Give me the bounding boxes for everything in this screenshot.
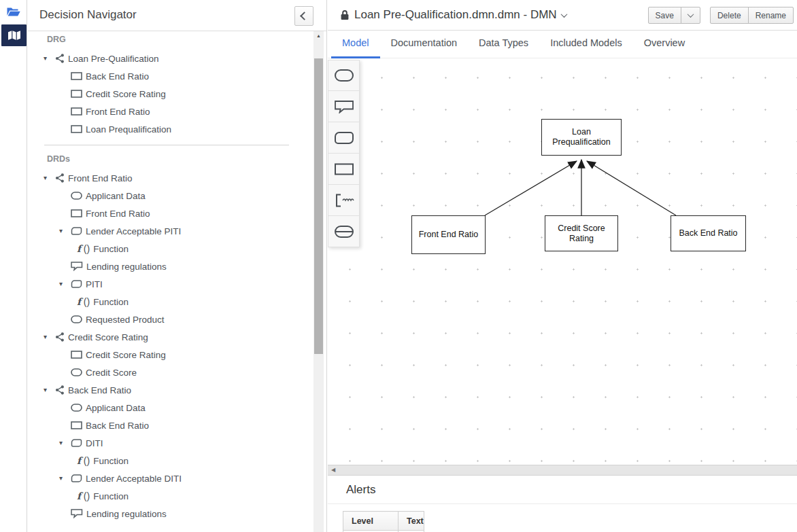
tree-item-credit-score-rating[interactable]: Credit Score Rating xyxy=(28,85,312,103)
tree-item-back-end-ratio[interactable]: Back End Ratio xyxy=(28,67,312,85)
tree-item-credit-score[interactable]: Credit Score xyxy=(28,363,312,381)
scroll-left-arrow-icon[interactable]: ◀ xyxy=(331,467,335,473)
caret-down-icon[interactable]: ▾ xyxy=(44,386,47,393)
function-icon: f () xyxy=(77,243,90,254)
node-front-end-ratio[interactable]: Front End Ratio xyxy=(411,215,486,254)
palette-text-annotation-button[interactable] xyxy=(328,185,360,216)
decision-icon xyxy=(71,72,82,80)
edge-front-end-ratio-to-loan-prequalification[interactable] xyxy=(485,161,577,215)
decision-icon xyxy=(71,107,82,116)
palette-input-data-button[interactable] xyxy=(328,60,360,91)
tree-item-label: Back End Ratio xyxy=(86,421,149,431)
tree-item-label: Requested Product xyxy=(86,315,165,325)
tree-item-label: Front End Ratio xyxy=(68,173,133,183)
save-button[interactable]: Save xyxy=(648,7,681,24)
palette-business-knowledge-model-button[interactable] xyxy=(328,122,360,154)
caret-down-icon[interactable]: ▾ xyxy=(59,439,63,446)
topbar-actions: Save Delete Rename xyxy=(648,7,794,24)
tree-item-applicant-data[interactable]: Applicant Data xyxy=(28,187,312,205)
tree-item-label: Back End Ratio xyxy=(68,385,131,395)
palette-decision-service-button[interactable] xyxy=(328,216,360,247)
collapse-panel-button[interactable] xyxy=(294,6,313,26)
editor-main: Loan Pre-Qualification.dmn.dmn - DMN Sav… xyxy=(328,0,797,532)
decision-navigator-button[interactable] xyxy=(1,24,27,46)
save-dropdown-button[interactable] xyxy=(681,7,700,24)
dmn-canvas[interactable]: Loan PrequalificationFront End RatioCred… xyxy=(328,58,797,466)
tree-item-label: Function xyxy=(93,456,129,466)
tree-item-front-end-ratio[interactable]: Front End Ratio xyxy=(28,103,312,120)
rename-button[interactable]: Rename xyxy=(748,7,794,24)
business-knowledge-model-icon xyxy=(334,131,354,145)
tree-item-credit-score-rating[interactable]: Credit Score Rating xyxy=(28,346,312,363)
tree-item-diti[interactable]: ▾DITI xyxy=(28,434,312,452)
tree-item-lender-acceptable-piti[interactable]: ▾Lender Acceptable PITI xyxy=(28,222,312,240)
tree-item-requested-product[interactable]: Requested Product xyxy=(28,311,312,328)
tree-item-label: Lender Acceptable PITI xyxy=(86,226,181,236)
tree-item-lending-regulations[interactable]: Lending regulations xyxy=(28,505,312,522)
caret-down-icon[interactable]: ▾ xyxy=(44,174,47,181)
function-icon: f () xyxy=(77,296,90,307)
decision-icon xyxy=(71,421,82,429)
tree-item-label: Loan Pre-Qualification xyxy=(68,54,159,64)
canvas-horizontal-scrollbar[interactable]: ◀ xyxy=(328,465,797,476)
title-chevron-down-icon[interactable] xyxy=(560,11,567,18)
node-label: Credit Score Rating xyxy=(545,224,617,244)
tree-item-label: Back End Ratio xyxy=(86,71,149,82)
alerts-column-level[interactable]: Level xyxy=(343,512,398,531)
tree-item-label: Function xyxy=(93,491,129,501)
tree-item-label: DITI xyxy=(86,438,103,448)
caret-down-icon[interactable]: ▾ xyxy=(59,280,63,287)
tree-item-function[interactable]: f ()Function xyxy=(28,487,312,505)
tree-item-label: Applicant Data xyxy=(86,191,146,201)
tree-item-function[interactable]: f ()Function xyxy=(28,452,312,469)
tree-item-label: Applicant Data xyxy=(86,403,146,413)
tree-scrollbar[interactable]: ▲ xyxy=(313,31,324,532)
caret-down-icon[interactable]: ▾ xyxy=(44,54,47,62)
tree-item-loan-pre-qualification[interactable]: ▾Loan Pre-Qualification xyxy=(28,50,312,67)
tree-item-front-end-ratio[interactable]: Front End Ratio xyxy=(28,205,312,222)
palette-knowledge-source-button[interactable] xyxy=(328,91,360,122)
node-credit-score-rating[interactable]: Credit Score Rating xyxy=(545,215,618,251)
tree-item-lending-regulations[interactable]: Lending regulations xyxy=(28,258,312,275)
tree-scrollbar-thumb[interactable] xyxy=(314,58,323,354)
scroll-up-arrow-icon[interactable]: ▲ xyxy=(313,31,324,40)
tree-item-label: Front End Ratio xyxy=(86,107,150,117)
project-explorer-button[interactable] xyxy=(0,0,27,23)
caret-down-icon[interactable]: ▾ xyxy=(59,474,63,482)
tree-item-applicant-data[interactable]: Applicant Data xyxy=(28,399,312,416)
caret-down-icon[interactable]: ▾ xyxy=(44,333,47,340)
alerts-panel-header: Alerts xyxy=(328,476,797,504)
edge-back-end-ratio-to-loan-prequalification[interactable] xyxy=(587,161,676,215)
tree-item-credit-score-rating[interactable]: ▾Credit Score Rating xyxy=(28,328,312,346)
tree-item-front-end-ratio[interactable]: ▾Front End Ratio xyxy=(28,169,312,187)
tab-overview[interactable]: Overview xyxy=(633,31,696,58)
tree-item-back-end-ratio[interactable]: ▾Back End Ratio xyxy=(28,381,312,399)
tree-item-loan-prequalification[interactable]: Loan Prequalification xyxy=(28,120,312,138)
tab-data-types[interactable]: Data Types xyxy=(468,31,539,58)
tree-item-label: Lending regulations xyxy=(86,509,167,519)
decision-navigator-tree: DRG▾Loan Pre-QualificationBack End Ratio… xyxy=(28,31,312,532)
tab-documentation[interactable]: Documentation xyxy=(380,31,469,58)
node-label: Loan Prequalification xyxy=(542,127,621,147)
function-icon: f () xyxy=(77,491,90,501)
tree-item-label: Credit Score xyxy=(86,368,137,378)
input-data-icon xyxy=(71,368,82,376)
tree-item-back-end-ratio[interactable]: Back End Ratio xyxy=(28,416,312,434)
caret-down-icon[interactable]: ▾ xyxy=(59,227,63,234)
open-folder-icon xyxy=(7,7,20,17)
tab-model[interactable]: Model xyxy=(331,31,380,58)
function-icon: f () xyxy=(77,455,90,466)
tree-item-function[interactable]: f ()Function xyxy=(28,293,312,311)
palette-decision-button[interactable] xyxy=(328,154,360,185)
node-back-end-ratio[interactable]: Back End Ratio xyxy=(671,215,746,251)
bkm-icon xyxy=(71,280,82,288)
decision-icon xyxy=(71,90,82,98)
tab-included-models[interactable]: Included Models xyxy=(539,31,633,58)
delete-button[interactable]: Delete xyxy=(710,7,749,24)
tree-item-lender-acceptable-diti[interactable]: ▾Lender Acceptable DITI xyxy=(28,469,312,487)
tree-item-function[interactable]: f ()Function xyxy=(28,240,312,258)
tree-item-piti[interactable]: ▾PITI xyxy=(28,275,312,293)
node-loan-prequalification[interactable]: Loan Prequalification xyxy=(541,119,622,156)
alerts-column-text[interactable]: Text xyxy=(398,512,424,531)
alerts-table-header-row: Level Text xyxy=(343,512,424,531)
